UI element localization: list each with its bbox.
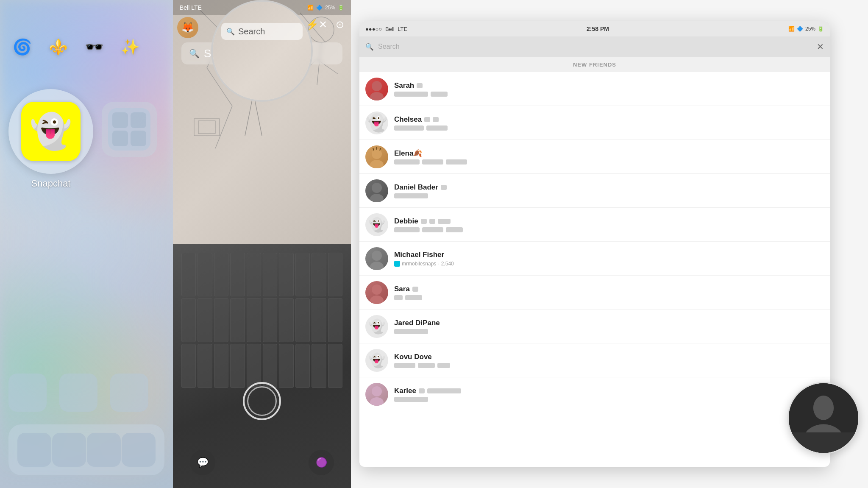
debbie-username [394, 227, 824, 232]
key-5 [247, 253, 261, 297]
friend-item-sara[interactable]: Sara [359, 276, 830, 310]
dock-app-1[interactable] [17, 433, 51, 467]
camera-top-right-controls: ⚡✕ ⊙ [306, 19, 344, 31]
friend-item-daniel[interactable]: Daniel Bader [359, 174, 830, 208]
kovu-name-text: Kovu Dove [394, 353, 432, 361]
friend-item-elena[interactable]: Elena🍂 [359, 140, 830, 174]
friend-item-jared[interactable]: 👻 Jared DiPane [359, 310, 830, 343]
svg-point-27 [370, 262, 384, 270]
sarah-avatar-svg [365, 78, 388, 100]
battery-percent: 25% [805, 26, 815, 32]
memories-button[interactable]: 🟣 [309, 450, 334, 475]
friend-item-debbie[interactable]: 👻 Debbie [359, 208, 830, 242]
jared-name-text: Jared DiPane [394, 319, 440, 327]
svg-point-18 [370, 92, 384, 100]
sara-name-text: Sara [394, 285, 410, 293]
wifi-icon: 📶 [788, 26, 795, 32]
debbie-name-r2 [429, 219, 435, 224]
friend-item-karlee[interactable]: Karlee [359, 377, 830, 411]
friend-item-kovu[interactable]: 👻 Kovu Dove [359, 343, 830, 377]
folder-app-3 [112, 131, 128, 146]
chelsea-name-redacted1 [424, 117, 430, 122]
svg-point-20 [370, 160, 384, 168]
daniel-name-text: Daniel Bader [394, 183, 438, 192]
karlee-avatar-svg [365, 383, 388, 406]
key-17 [279, 298, 293, 342]
jared-info: Jared DiPane [394, 319, 824, 334]
key-12 [198, 298, 212, 342]
svg-point-19 [372, 149, 382, 159]
profile-circle-overlay[interactable] [787, 382, 860, 454]
friend-item-michael[interactable]: Michael Fisher mrmobilesnaps · 2,540 [359, 242, 830, 276]
key-18 [295, 298, 310, 342]
friends-search-bar[interactable]: 🔍 Search ✕ [359, 36, 830, 57]
sara-user-block2 [405, 295, 422, 300]
elena-username [394, 159, 824, 165]
camera-user-avatar[interactable]: 🦊 [177, 17, 198, 38]
friends-status-right: 📶 🔷 25% 🔋 [788, 26, 824, 32]
sara-user-block1 [394, 295, 403, 300]
daniel-avatar-svg [365, 179, 388, 202]
phone-frame: ●●●○○ Bell LTE 2:58 PM 📶 🔷 25% 🔋 🔍 Searc… [359, 21, 830, 467]
home-app-icon-3[interactable] [110, 374, 148, 412]
chelsea-name-redacted2 [433, 117, 439, 122]
michael-name-text: Michael Fisher [394, 251, 444, 259]
shutter-button[interactable] [243, 382, 281, 420]
sarah-name-redacted [417, 83, 423, 88]
friend-avatar-kovu: 👻 [365, 349, 388, 372]
key-4 [230, 253, 245, 297]
chelsea-user-block1 [394, 125, 424, 131]
dock-app-3[interactable] [87, 433, 121, 467]
elena-user-block1 [394, 159, 420, 165]
debbie-info: Debbie [394, 217, 824, 232]
chat-button[interactable]: 💬 [190, 450, 215, 475]
camera-avatar-emoji: 🦊 [181, 22, 194, 33]
key-14 [230, 298, 245, 342]
camera-avatar-img: 🦊 [177, 17, 198, 38]
key-7 [279, 253, 293, 297]
svg-point-28 [372, 284, 382, 295]
friend-avatar-jared: 👻 [365, 315, 388, 338]
flip-camera-icon[interactable]: ⊙ [336, 19, 344, 31]
sarah-username [394, 92, 824, 97]
svg-point-31 [370, 397, 384, 406]
friends-list: Sarah 👻 Chelsea [359, 72, 830, 467]
chat-icon: 💬 [197, 457, 209, 468]
key-28 [295, 344, 310, 388]
home-app-icon-2[interactable] [59, 374, 97, 412]
friends-carrier-text: ●●●○○ Bell LTE [365, 26, 407, 32]
folder-app-2 [131, 112, 146, 128]
key-21 [181, 344, 196, 388]
michael-score-number: 2,540 [441, 261, 454, 267]
dock-app-2[interactable] [52, 433, 86, 467]
daniel-info: Daniel Bader [394, 183, 824, 198]
snapchat-app-container[interactable]: 👻 Snapchat [8, 89, 93, 189]
friend-item-sarah[interactable]: Sarah [359, 72, 830, 106]
debbie-name: Debbie [394, 217, 824, 226]
key-24 [230, 344, 245, 388]
michael-info: Michael Fisher mrmobilesnaps · 2,540 [394, 251, 824, 267]
michael-name: Michael Fisher [394, 251, 824, 259]
friend-item-chelsea[interactable]: 👻 Chelsea [359, 106, 830, 140]
home-folder[interactable] [102, 102, 157, 157]
memories-icon: 🟣 [316, 457, 327, 468]
elena-avatar-svg [365, 145, 388, 168]
battery-icon: 🔋 [818, 26, 824, 32]
dock-app-4[interactable] [122, 433, 156, 467]
friends-close-button[interactable]: ✕ [817, 42, 824, 52]
debbie-user-block1 [394, 227, 420, 232]
karlee-info: Karlee [394, 387, 824, 402]
camera-bluetooth-icon: 🔷 [316, 5, 323, 11]
karlee-user-block1 [394, 397, 428, 402]
sparkle-icon: ✨ [121, 38, 140, 56]
svg-line-21 [373, 148, 374, 151]
svg-point-29 [370, 296, 384, 304]
chelsea-name-text: Chelsea [394, 115, 422, 124]
home-app-icon-1[interactable] [8, 374, 47, 412]
friends-section-header: NEW FRIENDS [359, 57, 830, 72]
michael-score: mrmobilesnaps · 2,540 [394, 261, 824, 267]
magnify-content: 🔍 Search [213, 2, 311, 100]
swirl-icon: 🌀 [13, 38, 32, 56]
sara-name: Sara [394, 285, 824, 293]
svg-rect-15 [194, 119, 220, 136]
